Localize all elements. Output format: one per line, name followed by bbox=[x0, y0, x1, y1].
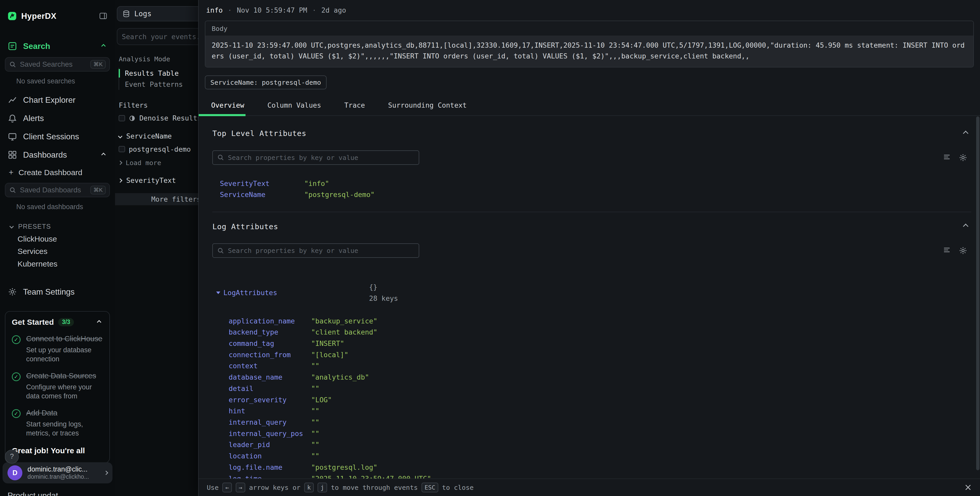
user-menu[interactable]: D dominic.tran@clic... dominic.tran@clic… bbox=[3, 462, 113, 484]
facet-servicename[interactable]: ServiceName bbox=[119, 132, 198, 140]
attribute-value[interactable]: "2025-11-10 23:59:47.000 UTC" bbox=[311, 473, 431, 478]
property-search-box[interactable] bbox=[212, 243, 419, 258]
sidebar-item-client-sessions[interactable]: Client Sessions bbox=[0, 128, 115, 146]
attribute-key[interactable]: log.file.name bbox=[212, 462, 311, 473]
collapse-section-icon[interactable] bbox=[963, 131, 969, 136]
body-log-text[interactable]: 2025-11-10 23:59:47.000 UTC,postgres,ana… bbox=[205, 35, 973, 67]
facet-value-row[interactable]: postgresql-demo bbox=[119, 145, 198, 153]
attribute-value[interactable]: "client backend" bbox=[311, 327, 377, 338]
close-icon[interactable] bbox=[964, 484, 972, 491]
attribute-value[interactable]: "" bbox=[311, 439, 320, 450]
checkbox[interactable] bbox=[119, 115, 125, 121]
attribute-value[interactable]: "" bbox=[311, 405, 320, 417]
sidebar-item-chart-explorer[interactable]: Chart Explorer bbox=[0, 91, 115, 109]
attribute-key[interactable]: error_severity bbox=[212, 394, 311, 406]
caret-down-icon[interactable] bbox=[216, 292, 220, 294]
preset-item[interactable]: Services bbox=[0, 245, 115, 258]
mode-results-table[interactable]: Results Table bbox=[119, 68, 198, 79]
vertical-scrollbar[interactable] bbox=[976, 116, 979, 470]
detail-scroll-area[interactable]: Top Level Attributes bbox=[199, 116, 980, 478]
preset-item[interactable]: Kubernetes bbox=[0, 258, 115, 270]
event-search-input[interactable] bbox=[122, 33, 198, 41]
attribute-key[interactable]: log_time bbox=[212, 473, 311, 478]
attribute-value[interactable]: "" bbox=[311, 383, 320, 394]
attribute-value[interactable]: "" bbox=[311, 450, 320, 462]
property-search-input[interactable] bbox=[228, 154, 415, 161]
line-wrap-icon[interactable] bbox=[942, 153, 951, 162]
tab-trace[interactable]: Trace bbox=[344, 96, 365, 116]
sidebar-item-search[interactable]: Search bbox=[0, 37, 115, 55]
presets-toggle[interactable]: PRESETS bbox=[0, 217, 115, 233]
attribute-value[interactable]: "analytics_db" bbox=[311, 372, 369, 383]
product-updates-link[interactable]: Product updat... bbox=[8, 491, 65, 496]
facet-severitytext[interactable]: SeverityText bbox=[119, 176, 198, 184]
line-wrap-icon[interactable] bbox=[942, 246, 951, 255]
event-detail-panel: info · Nov 10 5:59:47 PM · 2d ago Body 2… bbox=[198, 0, 980, 496]
chevron-up-icon bbox=[97, 320, 102, 324]
create-dashboard-button[interactable]: + Create Dashboard bbox=[0, 164, 115, 181]
attribute-key[interactable]: database_name bbox=[212, 372, 311, 383]
get-started-item-title: Create Data Sources bbox=[26, 371, 103, 381]
collapse-section-icon[interactable] bbox=[963, 224, 969, 229]
saved-dashboards-input[interactable] bbox=[20, 186, 86, 194]
attribute-value[interactable]: "backup_service" bbox=[311, 316, 377, 327]
attribute-key[interactable]: SeverityText bbox=[212, 178, 304, 189]
denoise-checkbox-row[interactable]: Denoise Results bbox=[119, 114, 198, 122]
facet-value-label: postgresql-demo bbox=[129, 145, 191, 153]
event-relative-time: 2d ago bbox=[321, 6, 346, 14]
attribute-key[interactable]: command_tag bbox=[212, 338, 311, 349]
attribute-value[interactable]: "INSERT" bbox=[311, 338, 344, 349]
get-started-item[interactable]: ✓ Create Data Sources Configure where yo… bbox=[12, 371, 103, 401]
attribute-key[interactable]: hint bbox=[212, 405, 311, 417]
attribute-key[interactable]: internal_query bbox=[212, 417, 311, 428]
attribute-key[interactable]: location bbox=[212, 450, 311, 462]
gear-icon[interactable] bbox=[959, 153, 967, 162]
attribute-key[interactable]: detail bbox=[212, 383, 311, 394]
saved-searches-search[interactable]: ⌘K bbox=[5, 57, 110, 72]
tab-surrounding-context[interactable]: Surrounding Context bbox=[388, 96, 466, 116]
sidebar-item-dashboards[interactable]: Dashboards bbox=[0, 146, 115, 164]
facet-name: SeverityText bbox=[126, 176, 176, 184]
attribute-value[interactable]: "" bbox=[311, 428, 320, 439]
tab-column-values[interactable]: Column Values bbox=[267, 96, 321, 116]
attribute-key[interactable]: connection_from bbox=[212, 349, 311, 360]
tab-overview[interactable]: Overview bbox=[199, 96, 244, 116]
sidebar-item-team-settings[interactable]: Team Settings bbox=[0, 283, 115, 301]
attribute-value[interactable]: "info" bbox=[304, 178, 329, 189]
source-select-button[interactable]: Logs bbox=[117, 6, 198, 21]
preset-item[interactable]: ClickHouse bbox=[0, 233, 115, 246]
property-search-input[interactable] bbox=[228, 247, 415, 254]
attribute-value[interactable]: "postgresql.log" bbox=[311, 462, 377, 473]
saved-dashboards-search[interactable]: ⌘K bbox=[5, 183, 110, 197]
sidebar-collapse-icon[interactable] bbox=[99, 12, 108, 20]
tree-root-row[interactable]: LogAttributes {} 28 keys bbox=[212, 270, 971, 316]
get-started-header[interactable]: Get Started 3/3 bbox=[12, 318, 103, 327]
get-started-item[interactable]: ✓ Connect to ClickHouse Set up your data… bbox=[12, 334, 103, 364]
attribute-key[interactable]: leader_pid bbox=[212, 439, 311, 450]
more-filters-button[interactable]: More filters bbox=[115, 193, 198, 205]
sidebar-item-alerts[interactable]: Alerts bbox=[0, 109, 115, 128]
sidebar: HyperDX Search ⌘K No saved searches Char bbox=[0, 0, 115, 496]
attribute-value[interactable]: "" bbox=[311, 417, 320, 428]
attribute-key[interactable]: ServiceName bbox=[212, 189, 304, 200]
attribute-value[interactable]: "LOG" bbox=[311, 394, 332, 406]
help-button[interactable]: ? bbox=[5, 450, 19, 463]
attribute-value[interactable]: "" bbox=[311, 360, 320, 372]
attribute-key[interactable]: internal_query_pos bbox=[212, 428, 311, 439]
saved-searches-input[interactable] bbox=[20, 60, 86, 69]
get-started-item[interactable]: ✓ Add Data Start sending logs, metrics, … bbox=[12, 408, 103, 438]
tree-root-label[interactable]: LogAttributes bbox=[223, 287, 277, 298]
service-name-chip[interactable]: ServiceName: postgresql-demo bbox=[205, 75, 326, 89]
analysis-mode-label: Analysis Mode bbox=[119, 55, 198, 63]
attribute-key[interactable]: backend_type bbox=[212, 327, 311, 338]
event-search-box[interactable] bbox=[117, 28, 198, 45]
mode-event-patterns[interactable]: Event Patterns bbox=[119, 79, 198, 90]
gear-icon[interactable] bbox=[959, 246, 967, 255]
attribute-key[interactable]: application_name bbox=[212, 316, 311, 327]
property-search-box[interactable] bbox=[212, 150, 419, 165]
checkbox[interactable] bbox=[119, 146, 125, 152]
attribute-value[interactable]: "[local]" bbox=[311, 349, 348, 360]
attribute-value[interactable]: "postgresql-demo" bbox=[304, 189, 374, 200]
load-more-button[interactable]: Load more bbox=[119, 159, 198, 167]
attribute-key[interactable]: context bbox=[212, 360, 311, 372]
